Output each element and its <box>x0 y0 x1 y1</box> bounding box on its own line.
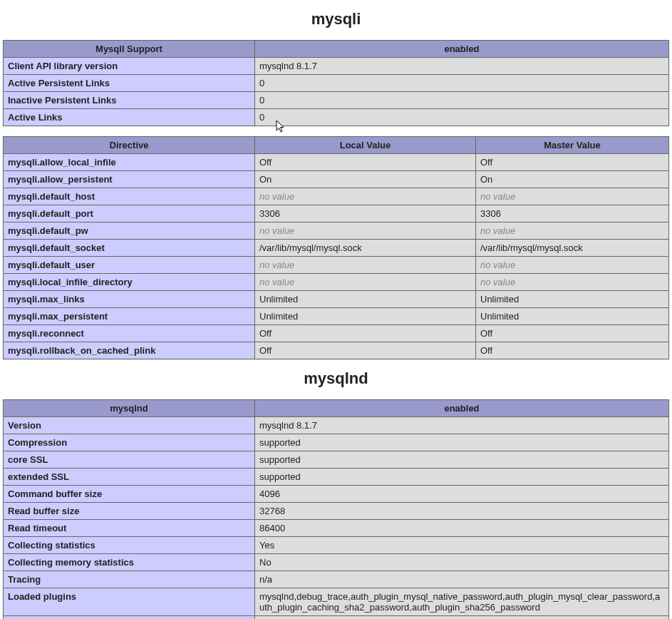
row-key: API Extensions <box>4 616 255 620</box>
table-row: mysqli.reconnectOffOff <box>4 325 669 342</box>
row-value: mysqlnd 8.1.7 <box>255 58 669 75</box>
row-key: Version <box>4 417 255 434</box>
table-row: Command buffer size4096 <box>4 486 669 503</box>
mysqli-support-table: MysqlI Support enabled Client API librar… <box>3 40 669 126</box>
table-row: API Extensionsmysqli,pdo_mysql <box>4 616 669 620</box>
local-value: Unlimited <box>255 308 476 325</box>
row-value: No <box>255 554 669 571</box>
directive-name: mysqli.reconnect <box>4 325 255 342</box>
local-value: Off <box>255 154 476 171</box>
row-value: 32768 <box>255 503 669 520</box>
row-key: Read timeout <box>4 520 255 537</box>
row-value: supported <box>255 451 669 469</box>
table-row: Client API library versionmysqlnd 8.1.7 <box>4 58 669 75</box>
row-value: 0 <box>255 92 669 109</box>
no-value-text: no value <box>259 191 294 202</box>
local-value: Off <box>255 342 476 359</box>
table-row: Read buffer size32768 <box>4 503 669 520</box>
row-key: Compression <box>4 434 255 451</box>
master-value: no value <box>476 274 669 291</box>
row-value: supported <box>255 469 669 486</box>
row-key: Read buffer size <box>4 503 255 520</box>
mysqli-support-header-right: enabled <box>255 41 669 58</box>
directive-name: mysqli.default_port <box>4 205 255 222</box>
row-value: 86400 <box>255 520 669 537</box>
mysqlnd-header-right: enabled <box>255 400 669 417</box>
mysqlnd-section-title: mysqlnd <box>3 369 669 388</box>
row-value: supported <box>255 434 669 451</box>
table-row: mysqli.default_pwno valueno value <box>4 222 669 240</box>
row-key: core SSL <box>4 451 255 469</box>
table-row: mysqli.default_socket/var/lib/mysql/mysq… <box>4 240 669 257</box>
row-key: Active Persistent Links <box>4 75 255 92</box>
row-key: Collecting memory statistics <box>4 554 255 571</box>
local-value: no value <box>255 188 476 205</box>
master-value: 3306 <box>476 205 669 222</box>
row-value: 4096 <box>255 486 669 503</box>
row-value: mysqlnd 8.1.7 <box>255 417 669 434</box>
table-row: mysqli.local_infile_directoryno valueno … <box>4 274 669 291</box>
directive-name: mysqli.allow_local_infile <box>4 154 255 171</box>
directive-name: mysqli.default_socket <box>4 240 255 257</box>
directive-name: mysqli.allow_persistent <box>4 171 255 188</box>
master-value: Unlimited <box>476 308 669 325</box>
master-value-header: Master Value <box>476 137 669 154</box>
table-row: mysqli.default_port33063306 <box>4 205 669 222</box>
no-value-text: no value <box>259 225 294 236</box>
master-value: no value <box>476 222 669 240</box>
table-row: mysqli.default_hostno valueno value <box>4 188 669 205</box>
directive-name: mysqli.default_host <box>4 188 255 205</box>
table-row: Active Links0 <box>4 109 669 126</box>
row-value: 0 <box>255 109 669 126</box>
local-value: Unlimited <box>255 291 476 308</box>
no-value-text: no value <box>480 191 515 202</box>
mysqli-support-header-left: MysqlI Support <box>4 41 255 58</box>
table-row: Versionmysqlnd 8.1.7 <box>4 417 669 434</box>
directive-name: mysqli.max_links <box>4 291 255 308</box>
row-key: extended SSL <box>4 469 255 486</box>
mysqli-section-title: mysqli <box>3 10 669 29</box>
row-key: Loaded plugins <box>4 588 255 616</box>
table-row: Read timeout86400 <box>4 520 669 537</box>
table-row: Compressionsupported <box>4 434 669 451</box>
row-key: Active Links <box>4 109 255 126</box>
no-value-text: no value <box>259 260 294 270</box>
table-row: extended SSLsupported <box>4 469 669 486</box>
master-value: no value <box>476 188 669 205</box>
master-value: Unlimited <box>476 291 669 308</box>
no-value-text: no value <box>480 225 515 236</box>
master-value: Off <box>476 154 669 171</box>
master-value: no value <box>476 257 669 274</box>
master-value: Off <box>476 342 669 359</box>
table-row: Collecting memory statisticsNo <box>4 554 669 571</box>
local-value-header: Local Value <box>255 137 476 154</box>
no-value-text: no value <box>480 260 515 270</box>
local-value: /var/lib/mysql/mysql.sock <box>255 240 476 257</box>
directive-header: Directive <box>4 137 255 154</box>
table-row: mysqli.allow_local_infileOffOff <box>4 154 669 171</box>
table-row: Loaded pluginsmysqlnd,debug_trace,auth_p… <box>4 588 669 616</box>
no-value-text: no value <box>480 277 515 287</box>
directive-name: mysqli.default_pw <box>4 222 255 240</box>
table-row: mysqli.rollback_on_cached_plinkOffOff <box>4 342 669 359</box>
row-key: Inactive Persistent Links <box>4 92 255 109</box>
directive-name: mysqli.rollback_on_cached_plink <box>4 342 255 359</box>
table-row: mysqli.max_persistentUnlimitedUnlimited <box>4 308 669 325</box>
directive-name: mysqli.local_infile_directory <box>4 274 255 291</box>
row-value: 0 <box>255 75 669 92</box>
mysqli-directives-table: Directive Local Value Master Value mysql… <box>3 136 669 359</box>
table-row: mysqli.default_userno valueno value <box>4 257 669 274</box>
row-value: mysqli,pdo_mysql <box>255 616 669 620</box>
directive-name: mysqli.max_persistent <box>4 308 255 325</box>
table-row: core SSLsupported <box>4 451 669 469</box>
master-value: /var/lib/mysql/mysql.sock <box>476 240 669 257</box>
no-value-text: no value <box>259 277 294 287</box>
mysqlnd-header-left: mysqlnd <box>4 400 255 417</box>
master-value: On <box>476 171 669 188</box>
local-value: Off <box>255 325 476 342</box>
row-key: Tracing <box>4 571 255 588</box>
table-row: Collecting statisticsYes <box>4 537 669 554</box>
local-value: 3306 <box>255 205 476 222</box>
table-row: mysqli.max_linksUnlimitedUnlimited <box>4 291 669 308</box>
table-row: Active Persistent Links0 <box>4 75 669 92</box>
